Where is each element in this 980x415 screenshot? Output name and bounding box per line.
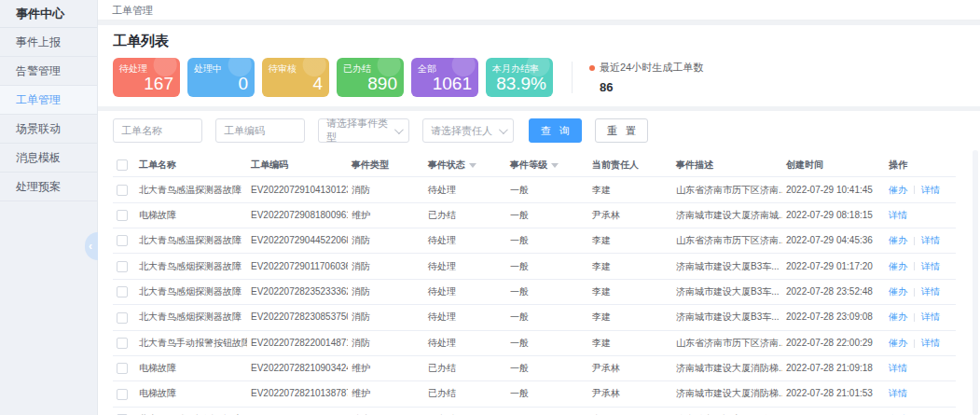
sidebar-item-scene-linkage[interactable]: 场景联动 <box>0 115 97 144</box>
cell-type: 维护 <box>348 381 424 407</box>
cell-type: 维护 <box>348 202 424 228</box>
row-checkbox-cell <box>113 381 135 407</box>
filter-icon[interactable] <box>469 163 476 168</box>
cell-type: 维护 <box>348 355 424 380</box>
event-type-select[interactable]: 请选择事件类型 <box>318 118 409 143</box>
sidebar: 事件中心 事件上报告警管理工单管理场景联动消息模板处理预案 <box>0 0 98 415</box>
column-title: 工单名称 <box>139 159 176 170</box>
cell-owner: 李建 <box>588 177 672 202</box>
cell-status-text: 待处理 <box>428 286 456 297</box>
detail-link[interactable]: 详情 <box>921 286 940 297</box>
cell-time: 2022-07-28 23:52:48 <box>782 279 885 304</box>
cell-time: 2022-07-29 04:45:36 <box>782 228 885 254</box>
cell-time-text: 2022-07-28 21:01:53 <box>786 388 873 398</box>
cell-type: 消防 <box>348 177 424 202</box>
cell-code: EV20220729011706036 <box>247 254 348 279</box>
row-checkbox[interactable] <box>117 338 128 349</box>
cell-level-text: 一般 <box>510 210 529 220</box>
urge-link[interactable]: 催办 <box>889 311 907 322</box>
cell-desc-text: 济南城市建设大厦济南城... <box>676 210 782 220</box>
column-title: 操作 <box>889 159 907 170</box>
cell-name-text: 北大青鸟感温探测器故障 <box>139 235 242 245</box>
cell-status: 待处理 <box>424 228 506 254</box>
cell-code-text: EV20220729011706036 <box>251 261 348 271</box>
urge-link[interactable]: 催办 <box>889 261 907 271</box>
cell-type-text: 消防 <box>352 261 370 271</box>
sidebar-item-event-report[interactable]: 事件上报 <box>0 28 97 57</box>
stat-card-processing: 处理中0 <box>187 58 255 97</box>
stat-card-value: 1061 <box>433 75 472 94</box>
cell-desc: 济南城市建设大厦B3车... <box>672 305 782 330</box>
sidebar-item-handling-plan[interactable]: 处理预案 <box>0 173 97 201</box>
row-checkbox[interactable] <box>117 261 128 272</box>
row-checkbox[interactable] <box>117 185 128 196</box>
detail-link[interactable]: 详情 <box>889 210 907 220</box>
select-all-checkbox[interactable] <box>117 159 128 171</box>
row-checkbox[interactable] <box>117 235 128 246</box>
cell-name: 电梯故障 <box>135 355 247 380</box>
cell-actions: 催办详情 <box>885 330 956 355</box>
cell-time-text: 2022-07-28 23:09:08 <box>786 311 873 322</box>
reset-button[interactable]: 重 置 <box>595 118 648 143</box>
detail-link[interactable]: 详情 <box>889 388 907 398</box>
cell-owner-text: 尹承林 <box>592 210 620 220</box>
row-checkbox[interactable] <box>117 210 128 221</box>
cell-name-text: 电梯故障 <box>139 388 176 398</box>
cell-code: EV20220728230853750 <box>247 305 348 330</box>
action-divider <box>914 313 915 322</box>
cell-level: 一般 <box>506 228 588 254</box>
detail-link[interactable]: 详情 <box>889 363 907 373</box>
table-row: 北大青鸟手动报警按钮故障EV20220728220014871消防待处理一般李建… <box>113 330 956 355</box>
search-button[interactable]: 查 询 <box>529 118 582 143</box>
cell-time: 2022-07-29 01:17:20 <box>782 254 885 279</box>
cell-status-text: 待处理 <box>428 311 456 322</box>
cell-status: 已办结 <box>424 381 506 407</box>
page-title: 工单列表 <box>113 33 965 50</box>
cell-name-text: 电梯故障 <box>139 363 176 373</box>
workorder-code-input[interactable] <box>215 118 305 143</box>
cell-code-text: EV20220728220014871 <box>251 338 348 348</box>
row-checkbox[interactable] <box>117 363 128 374</box>
chevron-left-icon: ‹ <box>89 241 92 252</box>
detail-link[interactable]: 详情 <box>921 185 940 195</box>
cell-desc-text: 山东省济南市历下区济南... <box>676 338 782 348</box>
row-checkbox[interactable] <box>117 389 128 400</box>
owner-select[interactable]: 请选择责任人 <box>422 118 514 143</box>
cell-level-text: 一般 <box>510 185 529 195</box>
stats-row: 待处理167处理中0待审核4已办结890全部1061本月办结率83.9% 最近2… <box>113 58 965 97</box>
detail-link[interactable]: 详情 <box>921 235 940 245</box>
cell-time-text: 2022-07-29 08:18:15 <box>786 210 873 220</box>
table-row: 电梯故障EV20220728210903424维护已办结一般尹承林济南城市建设大… <box>113 355 956 380</box>
cell-owner: 尹承林 <box>588 381 672 407</box>
workorder-table: 工单名称工单编码事件类型事件状态事件等级当前责任人事件描述创建时间操作 北大青鸟… <box>113 154 956 415</box>
urge-link[interactable]: 催办 <box>889 286 907 297</box>
column-title: 事件等级 <box>510 159 547 170</box>
cell-code: EV20220729081800961 <box>247 202 348 228</box>
row-checkbox[interactable] <box>117 286 128 297</box>
vertical-divider <box>572 62 573 93</box>
detail-link[interactable]: 详情 <box>921 261 940 271</box>
detail-link[interactable]: 详情 <box>921 311 940 322</box>
cell-actions: 详情 <box>885 407 956 415</box>
table-scrollbar[interactable] <box>973 150 978 415</box>
cell-code: EV20220729104130123 <box>247 177 348 202</box>
action-divider <box>914 186 915 194</box>
cell-owner-text: 尹承林 <box>592 388 620 398</box>
urge-link[interactable]: 催办 <box>889 235 907 245</box>
cell-desc-text: 济南城市建设大厦消防梯... <box>676 388 782 398</box>
sidebar-item-message-template[interactable]: 消息模板 <box>0 144 97 173</box>
sidebar-item-workorder-management[interactable]: 工单管理 <box>0 86 97 115</box>
cell-desc-text: 济南城市建设大厦B3车... <box>676 311 780 322</box>
cell-desc: 济南城市建设大厦B3车... <box>672 407 782 415</box>
cell-level-text: 一般 <box>510 261 529 271</box>
filter-icon[interactable] <box>551 163 559 168</box>
detail-link[interactable]: 详情 <box>921 338 940 348</box>
urge-link[interactable]: 催办 <box>889 185 907 195</box>
workorder-name-input[interactable] <box>113 118 202 143</box>
cell-owner: 尹承林 <box>588 202 672 228</box>
cell-code-text: EV20220729104130123 <box>251 185 348 195</box>
cell-status: 待处理 <box>424 279 506 304</box>
urge-link[interactable]: 催办 <box>889 338 907 348</box>
row-checkbox[interactable] <box>117 312 128 324</box>
sidebar-item-alarm-management[interactable]: 告警管理 <box>0 57 97 86</box>
